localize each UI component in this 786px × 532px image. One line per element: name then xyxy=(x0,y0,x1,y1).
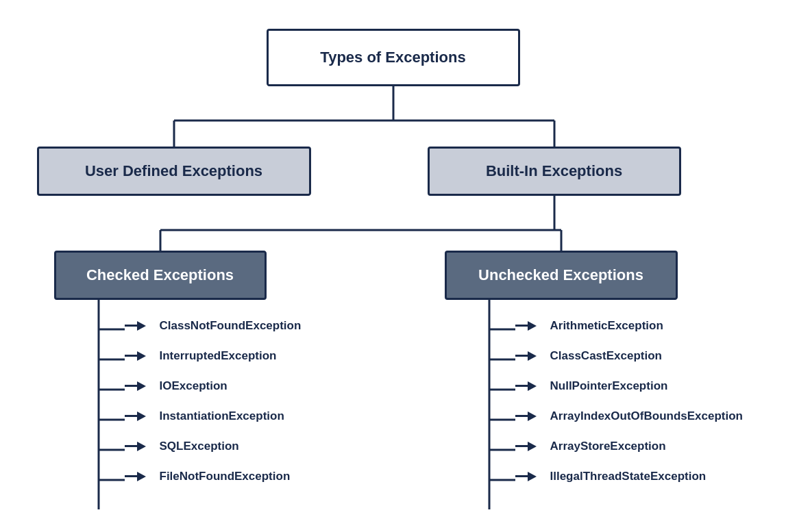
checked-item-3: InstantiationException xyxy=(125,409,284,423)
builtin-node: Built-In Exceptions xyxy=(428,147,681,196)
arrow-4 xyxy=(125,442,153,451)
arrow-0 xyxy=(125,321,153,331)
unchecked-item-2: NullPointerException xyxy=(515,379,668,393)
unchecked-item-3: ArrayIndexOutOfBoundsException xyxy=(515,409,743,423)
arrow-2 xyxy=(125,381,153,391)
unchecked-item-0: ArithmeticException xyxy=(515,319,663,333)
checked-label: Checked Exceptions xyxy=(86,266,234,284)
checked-node: Checked Exceptions xyxy=(54,251,267,300)
uarrow-0 xyxy=(515,321,543,331)
checked-item-0: ClassNotFoundException xyxy=(125,319,302,333)
checked-item-5: FileNotFoundException xyxy=(125,470,291,483)
unchecked-item-4: ArrayStoreException xyxy=(515,440,666,453)
root-node: Types of Exceptions xyxy=(267,29,520,86)
uarrow-3 xyxy=(515,411,543,421)
unchecked-item-1: ClassCastException xyxy=(515,349,662,363)
checked-item-1: InterruptedException xyxy=(125,349,277,363)
builtin-label: Built-In Exceptions xyxy=(486,162,622,180)
arrow-1 xyxy=(125,351,153,361)
uarrow-1 xyxy=(515,351,543,361)
uarrow-5 xyxy=(515,472,543,481)
checked-item-4: SQLException xyxy=(125,440,239,453)
arrow-3 xyxy=(125,411,153,421)
root-label: Types of Exceptions xyxy=(320,49,465,66)
user-defined-label: User Defined Exceptions xyxy=(85,162,262,180)
unchecked-item-5: IllegalThreadStateException xyxy=(515,470,707,483)
checked-item-2: IOException xyxy=(125,379,228,393)
uarrow-4 xyxy=(515,442,543,451)
unchecked-node: Unchecked Exceptions xyxy=(445,251,678,300)
user-defined-node: User Defined Exceptions xyxy=(37,147,311,196)
unchecked-label: Unchecked Exceptions xyxy=(478,266,643,284)
diagram: Types of Exceptions User Defined Excepti… xyxy=(16,10,770,523)
arrow-5 xyxy=(125,472,153,481)
uarrow-2 xyxy=(515,381,543,391)
